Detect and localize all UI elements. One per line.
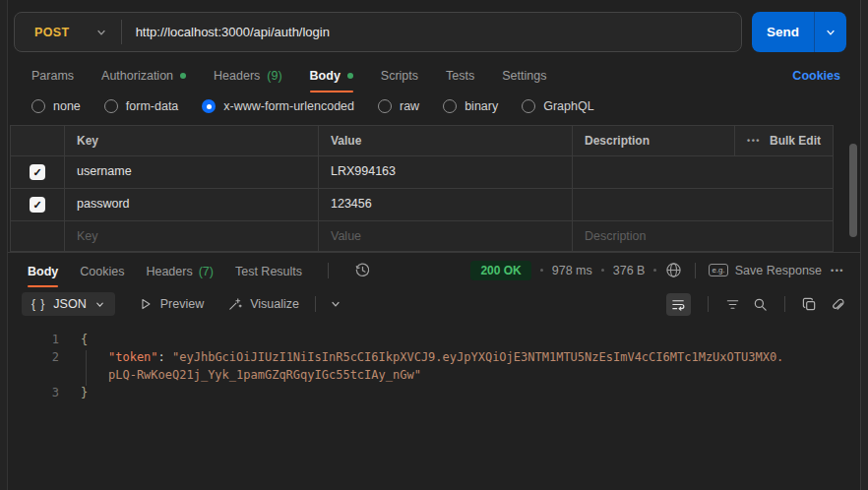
line-number bbox=[8, 366, 59, 384]
send-options-button[interactable] bbox=[814, 12, 846, 52]
send-button[interactable]: Send bbox=[752, 12, 814, 52]
active-tab-underline bbox=[28, 285, 58, 287]
key-input-placeholder[interactable]: Key bbox=[64, 221, 318, 251]
json-separator: : bbox=[158, 350, 172, 364]
vertical-scrollbar[interactable] bbox=[849, 144, 857, 237]
more-options-icon[interactable]: ••• bbox=[831, 266, 844, 276]
play-icon bbox=[139, 297, 153, 311]
response-toolbar: { } JSON Preview bbox=[8, 287, 860, 323]
example-icon: e.g. bbox=[709, 264, 727, 276]
format-dropdown[interactable]: { } JSON bbox=[22, 292, 115, 316]
check-icon: ✓ bbox=[32, 167, 41, 178]
headers-count: (9) bbox=[267, 69, 281, 83]
green-dot-icon bbox=[347, 73, 353, 79]
key-cell[interactable]: username bbox=[64, 156, 318, 188]
chevron-down-icon bbox=[95, 27, 107, 38]
tab-tests[interactable]: Tests bbox=[446, 69, 474, 95]
tab-body[interactable]: Body bbox=[310, 69, 353, 95]
table-row-username: ✓ username LRX994163 bbox=[11, 156, 833, 189]
description-input-placeholder[interactable]: Description bbox=[572, 221, 833, 251]
more-options-icon: ••• bbox=[747, 136, 761, 146]
send-button-group: Send bbox=[752, 12, 846, 52]
url-box: POST http://localhost:3000/api/auth/logi… bbox=[14, 12, 742, 52]
cookies-link[interactable]: Cookies bbox=[792, 69, 840, 95]
chevron-down-icon bbox=[825, 27, 837, 38]
code-line: 2 "token": "eyJhbGciOiJIUzI1NiIsInR5cCI6… bbox=[8, 348, 860, 366]
divider bbox=[708, 296, 709, 312]
divider bbox=[695, 263, 696, 278]
dot-separator bbox=[601, 269, 604, 272]
code-line: 3 } bbox=[8, 384, 860, 401]
value-cell[interactable]: 123456 bbox=[318, 189, 572, 220]
radio-none[interactable]: none bbox=[31, 99, 81, 113]
tab-settings[interactable]: Settings bbox=[502, 69, 546, 95]
close-brace: } bbox=[81, 386, 88, 399]
response-tab-cookies[interactable]: Cookies bbox=[80, 253, 124, 287]
value-cell[interactable]: LRX994163 bbox=[318, 156, 572, 188]
body-type-selector: none form-data x-www-form-urlencoded raw… bbox=[8, 95, 860, 125]
app-root: POST http://localhost:3000/api/auth/logi… bbox=[0, 0, 868, 490]
radio-x-www-form-urlencoded[interactable]: x-www-form-urlencoded bbox=[202, 99, 354, 113]
active-tab-underline bbox=[310, 91, 353, 92]
request-pane: POST http://localhost:3000/api/auth/logi… bbox=[8, 0, 860, 490]
value-input-placeholder[interactable]: Value bbox=[318, 221, 572, 251]
response-tab-headers[interactable]: Headers (7) bbox=[146, 253, 214, 287]
check-icon: ✓ bbox=[32, 200, 41, 211]
headers-count: (7) bbox=[199, 265, 214, 278]
visualize-button[interactable]: Visualize bbox=[227, 297, 299, 312]
row-checkbox[interactable]: ✓ bbox=[30, 164, 45, 180]
code-line: 1 { bbox=[8, 331, 860, 348]
paperclip-icon[interactable] bbox=[830, 297, 844, 312]
header-checkbox-cell bbox=[11, 126, 64, 155]
divider bbox=[315, 296, 316, 312]
preview-button[interactable]: Preview bbox=[139, 297, 204, 311]
tab-headers[interactable]: Headers (9) bbox=[214, 69, 282, 95]
viewer-options-chevron[interactable] bbox=[330, 298, 341, 310]
radio-icon bbox=[378, 99, 392, 113]
indent-guide bbox=[86, 350, 87, 386]
response-size[interactable]: 376 B bbox=[613, 264, 646, 277]
json-string-value: "eyJhbGciOiJIUzI1NiIsInR5cCI6IkpXVCJ9.ey… bbox=[172, 350, 783, 364]
column-header-value: Value bbox=[318, 126, 572, 155]
radio-raw[interactable]: raw bbox=[378, 99, 419, 113]
tab-scripts[interactable]: Scripts bbox=[381, 69, 418, 95]
braces-icon: { } bbox=[31, 297, 45, 311]
filter-icon[interactable] bbox=[725, 297, 740, 312]
radio-binary[interactable]: binary bbox=[443, 99, 498, 113]
radio-icon bbox=[443, 99, 457, 113]
code-line-wrapped: pLQ-RwKoeQ21j_Yyk_1pamGZqRGqyIGc55tcIAy_… bbox=[8, 366, 860, 384]
request-url-bar: POST http://localhost:3000/api/auth/logi… bbox=[8, 0, 860, 61]
method-select[interactable]: POST bbox=[15, 13, 121, 51]
response-history-icon[interactable] bbox=[354, 262, 371, 278]
response-time[interactable]: 978 ms bbox=[552, 264, 592, 277]
url-input[interactable]: http://localhost:3000/api/auth/login bbox=[122, 25, 741, 39]
save-response-button[interactable]: e.g. Save Response bbox=[709, 264, 822, 277]
open-brace: { bbox=[81, 333, 88, 346]
description-cell[interactable] bbox=[572, 156, 833, 188]
table-header-row: Key Value Description ••• Bulk Edit bbox=[11, 126, 833, 156]
radio-form-data[interactable]: form-data bbox=[104, 99, 179, 113]
tab-params[interactable]: Params bbox=[31, 69, 74, 95]
tab-authorization[interactable]: Authorization bbox=[101, 69, 186, 95]
response-header: Body Cookies Headers (7) Test Results bbox=[8, 253, 860, 287]
status-badge[interactable]: 200 OK bbox=[470, 261, 530, 280]
dot-separator bbox=[540, 269, 543, 272]
key-cell[interactable]: password bbox=[64, 189, 318, 220]
bulk-edit-button[interactable]: ••• Bulk Edit bbox=[734, 126, 833, 155]
response-pane: Body Cookies Headers (7) Test Results bbox=[8, 252, 860, 401]
network-globe-icon[interactable] bbox=[665, 262, 682, 278]
viewer-icon-group bbox=[666, 293, 844, 316]
response-tab-body[interactable]: Body bbox=[28, 253, 58, 287]
description-cell[interactable] bbox=[572, 189, 833, 220]
response-body-viewer[interactable]: 1 { 2 "token": "eyJhbGciOiJIUzI1NiIsInR5… bbox=[8, 323, 860, 401]
row-checkbox[interactable]: ✓ bbox=[30, 197, 45, 213]
wrap-text-icon[interactable] bbox=[666, 293, 691, 316]
line-number: 2 bbox=[8, 348, 59, 366]
search-icon[interactable] bbox=[753, 297, 768, 312]
json-key: "token" bbox=[108, 350, 158, 364]
left-edge-rail bbox=[0, 0, 8, 490]
radio-graphql[interactable]: GraphQL bbox=[522, 99, 593, 113]
copy-icon[interactable] bbox=[802, 297, 817, 312]
response-tab-test-results[interactable]: Test Results bbox=[235, 253, 302, 287]
method-label: POST bbox=[34, 26, 70, 39]
